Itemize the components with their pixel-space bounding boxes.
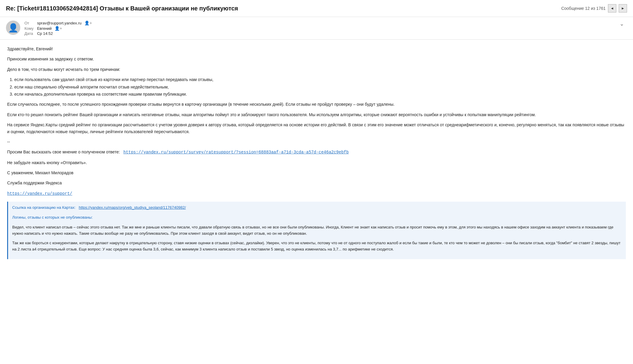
sign-name: С уважением, Михаил Милорадов bbox=[7, 169, 626, 176]
survey-text: Просим Вас высказать свое мнение о получ… bbox=[7, 150, 120, 154]
greeting: Здравствуйте, Евгений! bbox=[7, 46, 626, 52]
email-meta: 👤 От sprav@support.yandex.ru 👤+ Кому Евг… bbox=[0, 17, 633, 40]
email-container: Re: [Ticket#18110306524942814] Отзывы к … bbox=[0, 0, 633, 364]
quoted-main-text: Видел, что клиент написал отзыв – сейчас… bbox=[12, 224, 622, 237]
reasons-list: если пользователь сам удалил свой отзыв … bbox=[14, 76, 626, 97]
survey-note: Не забудьте нажать кнопку «Отправить». bbox=[7, 159, 626, 166]
next-button[interactable]: ► bbox=[619, 4, 627, 13]
from-value: sprav@support.yandex.ru 👤+ bbox=[37, 21, 92, 25]
quoted-login-line: Логины, отзывы с которых не опубликованы… bbox=[12, 214, 622, 221]
org-label: Ссылка на организацию на Картах: bbox=[12, 205, 75, 210]
survey-line: Просим Вас высказать свое мнение о получ… bbox=[7, 149, 626, 155]
prev-button[interactable]: ◄ bbox=[608, 4, 616, 13]
sign-org: Служба поддержки Яндекса bbox=[7, 180, 626, 186]
quoted-block: Ссылка на организацию на Картах: https:/… bbox=[7, 202, 626, 259]
sender-avatar: 👤 bbox=[6, 21, 20, 35]
org-link[interactable]: https://yandex.ru/maps/org/veb_studiya_s… bbox=[79, 205, 186, 210]
email-nav: Сообщение 12 из 1761 ◄ ► bbox=[561, 4, 627, 13]
email-body: Здравствуйте, Евгений! Приносим извинени… bbox=[0, 40, 633, 364]
para2: Дело в том, что отзывы могут исчезать по… bbox=[7, 66, 626, 73]
reason-3: если началась дополнительная проверка на… bbox=[14, 91, 626, 97]
signature: С уважением, Михаил Милорадов Служба под… bbox=[7, 169, 626, 197]
to-value: Евгений 👤+ bbox=[37, 26, 92, 31]
expand-icon[interactable]: ⌄ bbox=[617, 21, 627, 27]
quoted-org-line: Ссылка на организацию на Картах: https:/… bbox=[12, 205, 622, 211]
reason-1: если пользователь сам удалил свой отзыв … bbox=[14, 76, 626, 83]
to-person-icon: 👤+ bbox=[55, 26, 62, 31]
avatar-icon: 👤 bbox=[8, 23, 18, 33]
from-label: От bbox=[24, 21, 33, 25]
sign-link-wrapper: https://yandex.ru/support/ bbox=[7, 190, 626, 197]
para1: Приносим извинения за задержку с ответом… bbox=[7, 56, 626, 62]
email-header: Re: [Ticket#18110306524942814] Отзывы к … bbox=[0, 0, 633, 17]
reason-2: если наш специально обученный алгоритм п… bbox=[14, 84, 626, 90]
sign-link[interactable]: https://yandex.ru/support/ bbox=[7, 191, 72, 196]
para4: Если кто-то решил понизить рейтинг Вашей… bbox=[7, 111, 626, 118]
to-label: Кому bbox=[24, 26, 33, 31]
date-value: Ср 14:52 bbox=[37, 31, 92, 36]
para3: Если случилось последнее, то после успеш… bbox=[7, 101, 626, 108]
para5: На сервисе Яндекс.Карты средний рейтинг … bbox=[7, 122, 626, 135]
survey-link[interactable]: https://yandex.ru/support/survey/ratesup… bbox=[123, 150, 349, 155]
separator: -- bbox=[7, 139, 626, 145]
meta-fields: От sprav@support.yandex.ru 👤+ Кому Евген… bbox=[24, 21, 92, 36]
quoted-main-text2: Так же как бороться с конкурентами, кото… bbox=[12, 240, 622, 253]
email-title: Re: [Ticket#18110306524942814] Отзывы к … bbox=[6, 5, 561, 12]
login-label: Логины, отзывы с которых не опубликованы… bbox=[12, 215, 93, 220]
date-label: Дата bbox=[24, 31, 33, 36]
nav-info: Сообщение 12 из 1761 bbox=[561, 6, 606, 11]
from-person-icon: 👤+ bbox=[84, 21, 92, 25]
